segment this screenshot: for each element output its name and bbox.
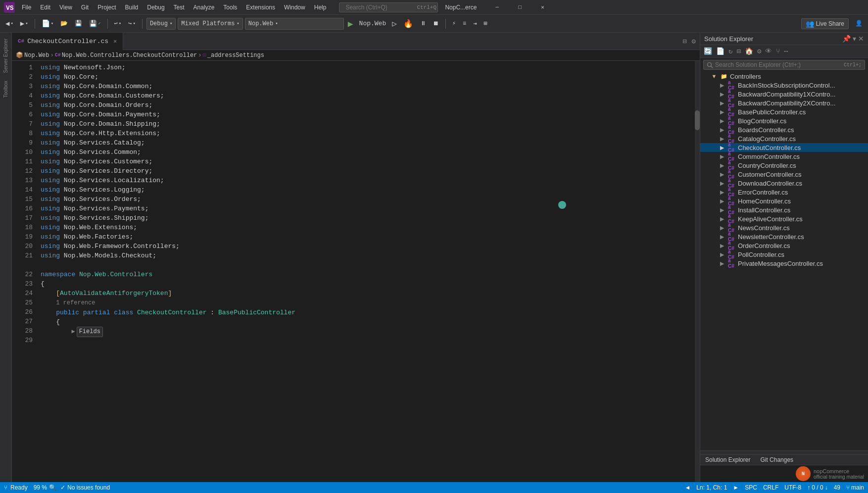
settings-button[interactable]: ⚙ xyxy=(690,36,698,47)
menu-analyze[interactable]: Analyze xyxy=(190,3,219,12)
se-file-homecontroller[interactable]: ▶ a C# HomeController.cs xyxy=(700,197,868,205)
menu-test[interactable]: Test xyxy=(170,3,189,12)
se-file-ordercontroller[interactable]: ▶ a C# OrderController.cs xyxy=(700,241,868,250)
se-file-backcompat1x[interactable]: ▶ a C# BackwardCompatibility1XContro... xyxy=(700,90,868,99)
maximize-button[interactable]: □ xyxy=(508,0,531,15)
menu-debug[interactable]: Debug xyxy=(143,3,168,12)
se-props-button[interactable]: ⚙ xyxy=(756,46,763,56)
menu-help[interactable]: Help xyxy=(310,3,331,12)
format-button[interactable]: ≡ xyxy=(460,19,469,28)
se-search-input[interactable] xyxy=(715,61,844,68)
se-show-all-button[interactable]: 📄 xyxy=(715,46,726,56)
forward-button[interactable]: ▶ ▾ xyxy=(18,18,31,29)
se-file-downloadcontroller[interactable]: ▶ a C# DownloadController.cs xyxy=(700,179,868,188)
git-changes[interactable]: ↑ 0 / 0 ↓ xyxy=(807,484,827,491)
menu-file[interactable]: File xyxy=(18,3,35,12)
se-file-blogcontroller[interactable]: ▶ a C# BlogController.cs xyxy=(700,116,868,125)
se-file-errorcontroller[interactable]: ▶ a C# ErrorController.cs xyxy=(700,188,868,197)
se-file-boardscontroller[interactable]: ▶ a C# BoardsController.cs xyxy=(700,125,868,134)
save-button[interactable]: 💾 xyxy=(72,19,85,28)
se-git-button[interactable]: ⑂ xyxy=(774,47,781,56)
menu-view[interactable]: View xyxy=(55,3,76,12)
se-file-countrycontroller[interactable]: ▶ a C# CountryController.cs xyxy=(700,161,868,170)
status-source-control[interactable]: ⑂ Ready xyxy=(4,484,28,491)
menu-git[interactable]: Git xyxy=(77,3,93,12)
se-file-catalogcontroller[interactable]: ▶ a C# CatalogController.cs xyxy=(700,134,868,143)
se-file-checkoutcontroller[interactable]: ▶ a C# CheckoutController.cs xyxy=(700,143,868,152)
se-file-newscontroller[interactable]: ▶ a C# NewsController.cs xyxy=(700,223,868,232)
toolbox-tab[interactable]: Toolbox xyxy=(1,77,10,101)
editor-tab-checkout[interactable]: C# CheckoutController.cs ✕ xyxy=(12,33,123,50)
minimize-button[interactable]: ─ xyxy=(485,0,508,15)
se-dropdown-button[interactable]: ▾ xyxy=(853,35,856,43)
save-all-button[interactable]: 💾 ✓ xyxy=(87,19,103,29)
indent-style[interactable]: SPC xyxy=(745,484,757,491)
se-controllers-folder[interactable]: ▼ 📁 Controllers xyxy=(700,72,868,81)
se-file-backcompat2x[interactable]: ▶ a C# BackwardCompatibility2XContro... xyxy=(700,99,868,107)
hot-reload-button[interactable]: 🔥 xyxy=(401,18,416,30)
layout-button[interactable]: ⊞ xyxy=(482,19,490,28)
encoding[interactable]: UTF-8 xyxy=(784,484,801,491)
split-editor-button[interactable]: ⊟ xyxy=(680,36,688,47)
back-button[interactable]: ◀ ▾ xyxy=(3,18,16,29)
se-solution-explorer-tab[interactable]: Solution Explorer xyxy=(700,455,755,465)
code-content[interactable]: using Newtonsoft.Json; using Nop.Core; u… xyxy=(37,61,700,482)
se-file-basepubliccontroller[interactable]: ▶ a C# BasePublicController.cs xyxy=(700,107,868,116)
undo-button[interactable]: ↩▾ xyxy=(112,19,124,28)
scrollbar-thumb[interactable] xyxy=(695,110,700,130)
global-search[interactable]: Ctrl+Q xyxy=(339,2,438,12)
se-horizontal-scrollbar[interactable] xyxy=(700,450,868,454)
project-dropdown[interactable]: Nop.Web ▾ xyxy=(245,18,344,30)
live-share-button[interactable]: 👥 Live Share xyxy=(801,18,849,29)
menu-build[interactable]: Build xyxy=(121,3,143,12)
new-file-button[interactable]: 📄 ▾ xyxy=(39,18,56,29)
run-without-debug-button[interactable]: ▷ xyxy=(390,19,399,29)
se-collapse-button[interactable]: ⊟ xyxy=(735,46,742,56)
git-branch[interactable]: ⑂ main xyxy=(846,484,864,491)
se-search-box[interactable]: Ctrl+; xyxy=(703,60,865,70)
breadcrumb-controller[interactable]: Nop.Web.Controllers.CheckoutController xyxy=(62,52,197,59)
se-file-commoncontroller[interactable]: ▶ a C# CommonController.cs xyxy=(700,152,868,161)
se-sync-button[interactable]: 🔄 xyxy=(702,46,714,56)
se-refresh-button[interactable]: ↻ xyxy=(727,46,734,56)
stop-button[interactable]: ⏹ xyxy=(431,19,441,28)
breadcrumb-member[interactable]: _addressSettings xyxy=(207,52,264,59)
redo-button[interactable]: ↪▾ xyxy=(126,19,138,28)
vertical-scrollbar[interactable] xyxy=(695,61,700,482)
se-preview-button[interactable]: 👁 xyxy=(764,47,773,56)
debug-config-dropdown[interactable]: Debug ▾ xyxy=(146,18,176,30)
se-file-keepalivecontroller[interactable]: ▶ a C# KeepAliveController.cs xyxy=(700,214,868,223)
breadcrumb-project[interactable]: Nop.Web xyxy=(24,52,49,59)
indent-button[interactable]: ⇥ xyxy=(471,19,479,28)
status-zoom[interactable]: 99 % 🔍 xyxy=(34,484,56,491)
close-button[interactable]: ✕ xyxy=(531,0,554,15)
scroll-indicator-left[interactable]: ◄ xyxy=(684,484,690,491)
global-search-input[interactable] xyxy=(345,4,415,11)
platform-dropdown[interactable]: Mixed Platforms ▾ xyxy=(178,18,242,30)
se-home-button[interactable]: 🏠 xyxy=(743,46,755,56)
se-file-pollcontroller[interactable]: ▶ a C# PollController.cs xyxy=(700,250,868,259)
account-button[interactable]: 👤 xyxy=(853,19,865,28)
server-explorer-tab[interactable]: Server Explorer xyxy=(1,35,10,77)
se-more-button[interactable]: ⋯ xyxy=(782,46,789,56)
open-file-button[interactable]: 📂 xyxy=(58,19,70,28)
se-file-backinstocksubscription[interactable]: ▶ a C# BackInStockSubscriptionControl... xyxy=(700,81,868,90)
menu-window[interactable]: Window xyxy=(280,3,309,12)
error-count[interactable]: 49 xyxy=(834,484,840,491)
se-pin-button[interactable]: 📌 xyxy=(842,35,851,43)
tab-close-button[interactable]: ✕ xyxy=(113,38,117,45)
menu-tools[interactable]: Tools xyxy=(219,3,241,12)
se-close-button[interactable]: ✕ xyxy=(858,35,864,43)
se-file-privatemessagescontroller[interactable]: ▶ a C# PrivateMessagesController.cs xyxy=(700,259,868,268)
run-button[interactable]: ▶ xyxy=(346,18,355,29)
se-file-customercontroller[interactable]: ▶ a C# CustomerController.cs xyxy=(700,170,868,179)
pause-button[interactable]: ⏸ xyxy=(418,19,429,28)
diagnostics-button[interactable]: ⚡ xyxy=(450,19,458,28)
scroll-indicator-right[interactable]: ► xyxy=(733,484,739,491)
menu-extensions[interactable]: Extensions xyxy=(242,3,279,12)
se-file-newslettercontroller[interactable]: ▶ a C# NewsletterController.cs xyxy=(700,232,868,241)
se-git-changes-tab[interactable]: Git Changes xyxy=(755,455,798,465)
line-ending[interactable]: CRLF xyxy=(763,484,778,491)
se-file-installcontroller[interactable]: ▶ a C# InstallController.cs xyxy=(700,205,868,214)
menu-project[interactable]: Project xyxy=(94,3,120,12)
